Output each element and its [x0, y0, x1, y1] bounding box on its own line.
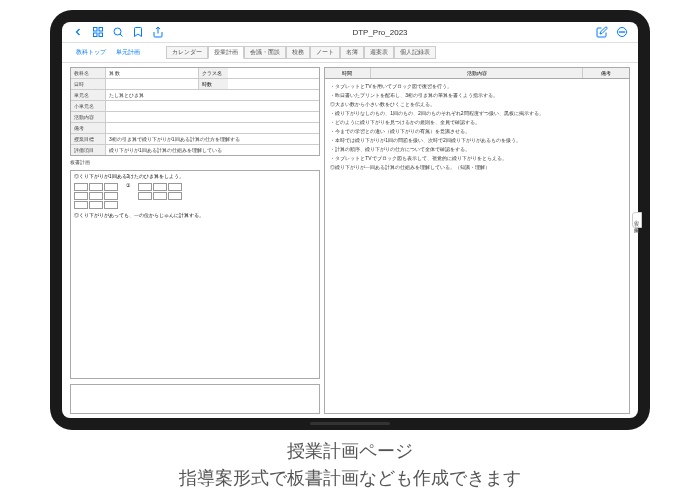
- svg-rect-3: [99, 33, 103, 37]
- share-icon[interactable]: [152, 26, 164, 38]
- svg-point-8: [620, 32, 621, 33]
- bookmark-icon[interactable]: [132, 26, 144, 38]
- val-goal[interactable]: 3桁の引き算で繰り下がりが1回ある計算の仕方を理解する: [106, 134, 319, 144]
- label-act: 活動内容: [71, 112, 106, 122]
- list-item: ・繰り下がりなしのもの、1回のもの、2回のものそれぞれ2問程度ずつ扱い、黒板に掲…: [330, 109, 624, 117]
- tabs: カレンダー 授業計画 会議・面談 校務 ノート 名簿 週案表 個人記録表: [166, 46, 436, 59]
- label-date: 日時: [71, 79, 106, 89]
- label-class: クラス名: [198, 68, 228, 78]
- list-item: ・今までの学習との違い（繰り下がりの有無）を意識させる。: [330, 127, 624, 135]
- label-period: 時数: [198, 79, 228, 89]
- svg-point-4: [114, 28, 121, 35]
- right-column: 時間 活動内容 備考 ・タブレットとTVを用いてブロック図で復習を行う。 ・昨日…: [324, 67, 630, 414]
- tab-note[interactable]: ノート: [310, 46, 340, 59]
- col-remarks: 備考: [583, 68, 629, 78]
- plan-text-1: ◎くり下がりが1回ある3けたのひき算をしよう。: [74, 174, 316, 179]
- caption-line-2: 指導案形式で板書計画なども作成できます: [0, 465, 700, 492]
- svg-point-9: [622, 32, 623, 33]
- tab-weekly[interactable]: 週案表: [364, 46, 394, 59]
- activity-table: 時間 活動内容 備考 ・タブレットとTVを用いてブロック図で復習を行う。 ・昨日…: [324, 67, 630, 414]
- val-eval[interactable]: 繰り下がりが1回ある計算の仕組みを理解している: [106, 145, 319, 155]
- tab-calendar[interactable]: カレンダー: [166, 46, 208, 59]
- tabs-row: 教科トップ 単元計画 カレンダー 授業計画 会議・面談 校務 ノート 名簿 週案…: [62, 43, 638, 63]
- content: 教科名算 数クラス名 日時時数 単元名たし算とひき算 小単元名 活動内容 備考 …: [62, 63, 638, 418]
- list-item: ・昨日書いたプリントを配布し、3桁の引き算の筆算を書くよう指示する。: [330, 91, 624, 99]
- left-column: 教科名算 数クラス名 日時時数 単元名たし算とひき算 小単元名 活動内容 備考 …: [70, 67, 320, 414]
- list-item: ・どのように繰り下がりを見つけるかの規則を、全員で確認する。: [330, 118, 624, 126]
- label-eval: 評価項目: [71, 145, 106, 155]
- screen: DTP_Pro_2023 教科トップ 単元計画 カレンダー 授業計画 会議・面談…: [62, 22, 638, 418]
- label-subject: 教科名: [71, 68, 106, 78]
- plan-text-2: ◎くり下がりがあっても、一の位からじゅんに計算する。: [74, 213, 316, 218]
- caption-line-1: 授業計画ページ: [0, 438, 700, 465]
- doc-title: DTP_Pro_2023: [164, 28, 596, 37]
- edit-table-button[interactable]: 表の編集: [632, 212, 638, 228]
- svg-rect-0: [94, 28, 98, 32]
- val-period[interactable]: [228, 79, 320, 89]
- crumb-unit[interactable]: 単元計画: [112, 46, 144, 59]
- topbar: DTP_Pro_2023: [62, 22, 638, 43]
- list-item: ・計算の順序、繰り下がりの仕方について全体で確認をする。: [330, 145, 624, 153]
- svg-rect-2: [94, 33, 98, 37]
- tab-duties[interactable]: 校務: [286, 46, 310, 59]
- tab-record[interactable]: 個人記録表: [394, 46, 436, 59]
- val-subject[interactable]: 算 数: [106, 68, 198, 78]
- grid-icon[interactable]: [92, 26, 104, 38]
- list-item: ◎大きい数から小さい数をひくことを伝える。: [330, 100, 624, 108]
- val-act[interactable]: [106, 112, 319, 122]
- memo-box[interactable]: [70, 384, 320, 414]
- more-icon[interactable]: [616, 26, 628, 38]
- list-item: ◎繰り下がりが一回ある計算の仕組みを理解している。（知識・理解）: [330, 163, 624, 171]
- mini-diagrams: ①: [74, 183, 316, 209]
- label-note: 備考: [71, 123, 106, 133]
- tab-meeting[interactable]: 会議・面談: [244, 46, 286, 59]
- info-table: 教科名算 数クラス名 日時時数 単元名たし算とひき算 小単元名 活動内容 備考 …: [70, 67, 320, 156]
- tablet-frame: DTP_Pro_2023 教科トップ 単元計画 カレンダー 授業計画 会議・面談…: [50, 10, 650, 430]
- label-goal: 授業目標: [71, 134, 106, 144]
- col-time: 時間: [325, 68, 371, 78]
- label-unit: 単元名: [71, 90, 106, 100]
- label-sub: 小単元名: [71, 101, 106, 111]
- svg-rect-1: [99, 28, 103, 32]
- val-date[interactable]: [106, 79, 198, 89]
- edit-icon[interactable]: [596, 26, 608, 38]
- list-item: ・本時では繰り下がりが1回の問題を扱い、次時で2回繰り下がりがあるものを扱う。: [330, 136, 624, 144]
- list-item: ・タブレットとTVでブロック図も表示して、視覚的に繰り下がりをとらえる。: [330, 154, 624, 162]
- val-note[interactable]: [106, 123, 319, 133]
- board-plan[interactable]: ◎くり下がりが1回ある3けたのひき算をしよう。 ① ◎くり下がりがあっても、一の…: [70, 170, 320, 379]
- tab-roster[interactable]: 名簿: [340, 46, 364, 59]
- back-icon[interactable]: [72, 26, 84, 38]
- val-class[interactable]: [228, 68, 320, 78]
- svg-line-5: [120, 34, 123, 37]
- svg-point-10: [624, 32, 625, 33]
- list-item: ・タブレットとTVを用いてブロック図で復習を行う。: [330, 82, 624, 90]
- activity-body[interactable]: ・タブレットとTVを用いてブロック図で復習を行う。 ・昨日書いたプリントを配布し…: [325, 79, 629, 413]
- val-sub[interactable]: [106, 101, 319, 111]
- val-unit[interactable]: たし算とひき算: [106, 90, 319, 100]
- col-activity: 活動内容: [371, 68, 584, 78]
- crumb-top[interactable]: 教科トップ: [72, 46, 110, 59]
- tab-lesson-plan[interactable]: 授業計画: [208, 46, 244, 59]
- search-icon[interactable]: [112, 26, 124, 38]
- plan-label: 板書計画: [70, 159, 320, 165]
- caption: 授業計画ページ 指導案形式で板書計画なども作成できます: [0, 438, 700, 492]
